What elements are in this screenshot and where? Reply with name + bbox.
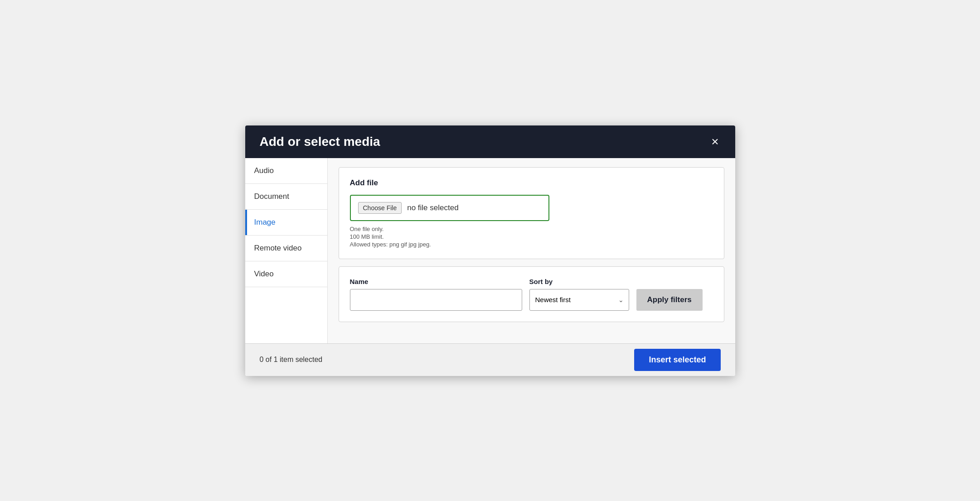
- filters-card: Name Sort by Newest first Oldest first N…: [339, 266, 724, 322]
- sort-select[interactable]: Newest first Oldest first Name (A-Z) Nam…: [529, 289, 629, 311]
- sidebar-item-video[interactable]: Video: [245, 261, 327, 287]
- modal-close-button[interactable]: ×: [709, 134, 720, 150]
- name-filter-group: Name: [350, 278, 522, 311]
- hint-allowed-types: Allowed types: png gif jpg jpeg.: [350, 241, 713, 248]
- filters-row: Name Sort by Newest first Oldest first N…: [350, 278, 713, 311]
- file-input-wrapper[interactable]: Choose File no file selected: [350, 195, 549, 221]
- add-file-card: Add file Choose File no file selected On…: [339, 167, 724, 259]
- modal-footer: 0 of 1 item selected Insert selected: [245, 343, 735, 376]
- add-file-title: Add file: [350, 178, 713, 188]
- choose-file-button[interactable]: Choose File: [358, 202, 402, 214]
- media-modal: Add or select media × Audio Document Ima…: [245, 125, 735, 376]
- apply-filters-button[interactable]: Apply filters: [636, 289, 703, 311]
- modal-body: Audio Document Image Remote video Video …: [245, 158, 735, 343]
- insert-selected-button[interactable]: Insert selected: [634, 349, 720, 371]
- selection-status: 0 of 1 item selected: [260, 356, 323, 364]
- modal-header: Add or select media ×: [245, 125, 735, 158]
- hint-size-limit: 100 MB limit.: [350, 233, 713, 240]
- sidebar: Audio Document Image Remote video Video: [245, 158, 328, 343]
- name-input[interactable]: [350, 289, 522, 311]
- sidebar-item-remote-video[interactable]: Remote video: [245, 236, 327, 261]
- name-label: Name: [350, 278, 522, 285]
- sort-select-wrapper: Newest first Oldest first Name (A-Z) Nam…: [529, 289, 629, 311]
- no-file-text: no file selected: [407, 203, 458, 212]
- sort-filter-group: Sort by Newest first Oldest first Name (…: [529, 278, 629, 311]
- modal-title: Add or select media: [260, 135, 380, 149]
- file-hints: One file only. 100 MB limit. Allowed typ…: [350, 226, 713, 248]
- main-content: Add file Choose File no file selected On…: [328, 158, 735, 343]
- sidebar-item-image[interactable]: Image: [245, 210, 327, 236]
- sort-label: Sort by: [529, 278, 629, 285]
- sidebar-item-audio[interactable]: Audio: [245, 158, 327, 184]
- hint-one-file: One file only.: [350, 226, 713, 232]
- sidebar-item-document[interactable]: Document: [245, 184, 327, 210]
